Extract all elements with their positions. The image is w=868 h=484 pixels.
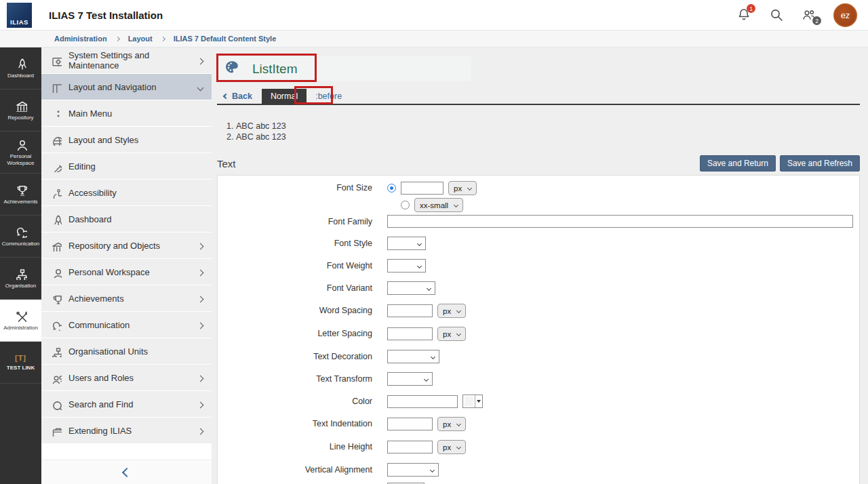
rail-item-communication[interactable]: Communication [0,216,41,258]
monitor-gear-icon [50,55,62,66]
text-indentation-input[interactable] [387,418,433,430]
trophy-icon [50,293,62,304]
rail-item-test-link[interactable]: [T] TEST LINK [0,342,41,384]
chevron-right-icon [198,241,203,251]
section-title: Text [217,158,236,169]
form-row-font-variant: Font Variant [218,281,859,295]
search-button[interactable] [768,7,785,23]
rail-item-repository[interactable]: Repository [0,89,41,132]
chevron-left-icon [121,467,131,477]
avatar[interactable]: ez [833,3,857,27]
chevron-right-icon [198,399,203,409]
font-size-unit-select[interactable]: px [448,181,477,195]
sidebar-item-dashboard[interactable]: Dashboard [41,206,212,232]
save-and-return-button[interactable]: Save and Return [700,155,776,172]
font-family-input[interactable] [387,215,853,228]
installation-title: ILIAS 7 Test Installation [49,9,163,21]
sidebar-item-system-settings[interactable]: System Settings and Maintenance [41,47,212,73]
online-users-button[interactable]: 2 [801,7,817,23]
ilias-logo[interactable]: ILIAS [7,3,32,28]
letter-spacing-input[interactable] [387,327,433,340]
chevron-right-icon [198,56,203,66]
sidebar-item-personal-workspace[interactable]: Personal Workspace [41,259,212,285]
form-row-text-decoration: Text Decoration [218,350,859,363]
section-header: Text Save and Return Save and Refresh [217,155,860,172]
text-indentation-unit-select[interactable]: px [437,417,466,431]
text-transform-select[interactable] [387,372,433,386]
form-row-letter-spacing: Letter Spacing px [218,327,859,341]
save-and-refresh-button[interactable]: Save and Refresh [780,155,860,172]
line-height-input[interactable] [387,441,433,453]
breadcrumb-administration[interactable]: Administration [54,35,107,43]
test-link-icon: [T] [15,354,26,362]
font-size-keyword-select[interactable]: xx-small [414,198,463,212]
text-decoration-select[interactable] [387,350,439,363]
form-row-font-size: Font Size px xx-small [218,181,859,212]
list-item: ABC abc 123 [236,121,868,131]
sidebar-item-editing[interactable]: Editing [41,153,212,179]
wheelchair-icon [50,187,62,199]
back-button[interactable]: Back [217,89,262,104]
vertical-alignment-select[interactable] [387,463,439,477]
font-weight-select[interactable] [387,259,426,273]
form-row-color: Color [218,395,859,408]
notifications-button[interactable]: 1 [736,7,752,23]
sidebar-item-extending-ilias[interactable]: Extending ILIAS [41,418,212,443]
sidebar-item-communication[interactable]: Communication [41,312,212,338]
form-row-font-family: Font Family [218,215,859,228]
sidebar-item-main-menu[interactable]: Main Menu [41,100,212,126]
letter-spacing-unit-select[interactable]: px [437,327,466,341]
word-spacing-unit-select[interactable]: px [437,304,466,318]
bank-icon [50,240,62,251]
dots-icon [50,108,62,119]
bank-icon [14,99,27,112]
form-row-line-height: Line Height px [218,440,859,454]
font-size-numeric-radio[interactable] [387,184,396,193]
administration-sidebar: System Settings and Maintenance Layout a… [41,47,212,484]
color-picker-button[interactable] [462,395,483,408]
rail-item-personal-workspace[interactable]: Personal Workspace [0,132,41,174]
users-icon [50,372,62,384]
rail-item-dashboard[interactable]: Dashboard [0,47,41,89]
sidebar-collapse-button[interactable] [41,460,212,484]
sidebar-item-layout-styles[interactable]: Layout and Styles [41,127,212,153]
sidebar-item-repository-objects[interactable]: Repository and Objects [41,233,212,258]
chevron-right-icon [198,426,203,436]
tab-before[interactable]: :before [307,89,351,104]
page-title: ListItem [252,62,298,77]
font-variant-select[interactable] [387,281,435,295]
rail-item-achievements[interactable]: Achievements [0,174,41,216]
orgchart-icon [50,346,62,357]
chevron-right-icon [161,36,165,41]
font-size-input[interactable] [401,182,443,195]
rail-item-organisation[interactable]: Organisation [0,258,41,300]
line-height-unit-select[interactable]: px [437,440,466,454]
font-style-select[interactable] [387,237,426,250]
chevron-down-icon [456,308,461,313]
sidebar-item-accessibility[interactable]: Accessibility [41,180,212,205]
chat-icon [14,225,27,238]
rocket-icon [50,214,62,225]
font-size-keyword-radio[interactable] [401,201,410,209]
sidebar-item-users-roles[interactable]: Users and Roles [41,365,212,390]
search-icon [768,7,783,22]
rail-item-administration[interactable]: Administration [0,300,41,342]
list-item: ABC abc 123 [236,132,868,142]
form-row-text-transform: Text Transform [218,372,859,386]
sidebar-item-achievements[interactable]: Achievements [41,285,212,311]
color-input[interactable] [387,395,458,408]
sidebar-item-search-find[interactable]: Search and Find [41,391,212,417]
box-icon [50,425,62,437]
pen-icon [50,161,62,172]
sidebar-item-layout-navigation[interactable]: Layout and Navigation [41,74,212,100]
sidebar-item-organisational-units[interactable]: Organisational Units [41,338,212,364]
breadcrumb-content-style[interactable]: ILIAS 7 Default Content Style [174,35,277,43]
online-users-badge: 2 [812,16,821,25]
breadcrumb-layout[interactable]: Layout [128,35,153,43]
tab-normal[interactable]: Normal [262,89,307,104]
chat-icon [50,319,62,331]
globe-icon [50,134,62,146]
topbar-actions: 1 2 ez [736,3,868,27]
word-spacing-input[interactable] [387,304,433,317]
top-bar: ILIAS ILIAS 7 Test Installation 1 2 ez [0,0,868,31]
